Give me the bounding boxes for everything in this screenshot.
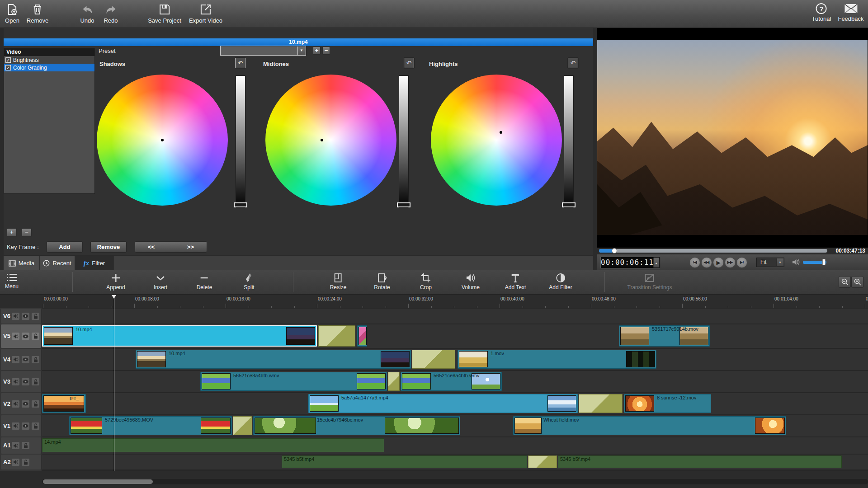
highlights-reset-button[interactable]: ↶ [568, 58, 578, 68]
filter-item-color-grading[interactable]: ✓ Color Grading [4, 64, 94, 71]
lock-button[interactable] [22, 459, 29, 466]
timeline-tool-rotate[interactable]: Rotate [374, 272, 390, 291]
shadows-color-wheel[interactable] [97, 75, 228, 206]
midtones-luma-handle[interactable] [397, 202, 410, 207]
track-header-a1[interactable]: A1 [1, 437, 41, 454]
keyframe-prev-button[interactable]: << [148, 242, 155, 252]
highlights-luma-handle[interactable] [562, 202, 576, 207]
clip-56521ce8a4bfb-wmv[interactable]: 56521ce8a4bfb.wmv [401, 372, 502, 391]
clip-15edc4b7946bc-mov[interactable]: 15edc4b7946bc.mov [253, 416, 460, 435]
tab-recent[interactable]: Recent [40, 256, 75, 271]
color-grading-checkbox[interactable]: ✓ [5, 65, 11, 70]
lock-button[interactable] [32, 356, 39, 363]
transition-clip[interactable] [579, 394, 623, 413]
track-header-v5[interactable]: V5 [1, 324, 41, 348]
clip-8-sunrise-12-mov[interactable]: 8 sunrise -12.mov [624, 394, 711, 413]
mute-button[interactable] [12, 459, 19, 466]
lock-button[interactable] [32, 400, 39, 408]
hscroll-thumb[interactable] [43, 479, 153, 484]
shadows-luma-slider[interactable] [236, 75, 245, 208]
transition-clip[interactable] [388, 372, 400, 391]
track-header-a2[interactable]: A2 [1, 455, 41, 469]
highlights-color-wheel[interactable] [431, 75, 562, 206]
shadows-wheel-point[interactable] [161, 139, 164, 141]
clip-10-mp4[interactable]: 10.mp4 [136, 350, 411, 369]
mute-button[interactable] [12, 333, 19, 340]
track-header-v6[interactable]: V6 [1, 309, 41, 324]
timeline-tool-split[interactable]: Split [244, 272, 255, 291]
playhead-marker[interactable] [112, 295, 116, 299]
clip-56521ce8a4bfb-wmv[interactable]: 56521ce8a4bfb.wmv [200, 372, 387, 391]
mute-button[interactable] [12, 400, 19, 408]
visibility-button[interactable] [22, 400, 29, 408]
volume-handle[interactable] [822, 259, 826, 265]
timeline-tool-add-text[interactable]: Add Text [505, 272, 526, 291]
track-header-v3[interactable]: V3 [1, 371, 41, 392]
mute-button[interactable] [12, 442, 19, 449]
keyframe-add-button[interactable]: Add [47, 241, 83, 253]
clip-5345-b5f-mp4[interactable]: 5345 b5f.mp4 [558, 455, 842, 468]
mute-button[interactable] [12, 313, 19, 320]
highlights-wheel-point[interactable] [500, 131, 502, 134]
transition-clip[interactable] [412, 350, 455, 369]
clip-untitled[interactable] [357, 325, 367, 347]
timeline-tool-delete[interactable]: Delete [197, 272, 212, 291]
export-video-button[interactable]: Export Video [189, 3, 222, 24]
spinner-up-icon[interactable]: ▲ [656, 258, 658, 268]
timeline-tool-add-filter[interactable]: Add Filter [549, 272, 572, 291]
chevron-down-icon[interactable]: ▼ [776, 258, 783, 266]
redo-button[interactable]: Redo [104, 3, 118, 24]
timecode-spinner[interactable]: ▲▼ [653, 258, 659, 267]
clip-pic-[interactable]: pic_ [42, 394, 86, 413]
lock-button[interactable] [32, 313, 39, 320]
skip-start-button[interactable]: I◀ [689, 257, 700, 268]
visibility-button[interactable] [22, 378, 29, 385]
timecode-display[interactable]: 00:00:06:11 ▲▼ [600, 257, 660, 268]
timeline-tool-menu[interactable]: Menu [5, 272, 19, 290]
timeline-zoom-in-button[interactable] [851, 276, 863, 288]
mute-button[interactable] [12, 422, 19, 430]
visibility-button[interactable] [22, 422, 29, 430]
shadows-luma-handle[interactable] [234, 202, 247, 207]
track-header-v2[interactable]: V2 [1, 393, 41, 414]
transition-clip[interactable] [528, 455, 557, 468]
clip-5345-b5f-mp4[interactable]: 5345 b5f.mp4 [282, 455, 527, 468]
chevron-down-icon[interactable]: ▼ [297, 47, 305, 55]
clip-14-mp4[interactable]: 14.mp4 [42, 438, 384, 452]
speaker-icon[interactable] [792, 258, 800, 266]
remove-filter-button[interactable]: − [22, 228, 32, 237]
timeline-tool-crop[interactable]: Crop [420, 272, 432, 291]
clip-1-mov[interactable]: 1.mov [458, 350, 656, 369]
video-viewport[interactable] [597, 28, 868, 248]
open-button[interactable]: Open [5, 3, 19, 24]
tab-filter[interactable]: fx Filter [75, 256, 114, 271]
timeline-tool-resize[interactable]: Resize [330, 272, 347, 291]
lock-button[interactable] [32, 333, 39, 340]
transition-clip[interactable] [233, 416, 252, 435]
clip-5a57a4a1477a9-mp4[interactable]: 5a57a4a1477a9.mp4 [308, 394, 578, 413]
midtones-reset-button[interactable]: ↶ [404, 58, 414, 68]
undo-button[interactable]: Undo [80, 3, 94, 24]
tab-media[interactable]: Media [4, 256, 40, 271]
tutorial-button[interactable]: ? Tutorial [812, 3, 831, 22]
timeline-zoom-out-button[interactable] [839, 276, 851, 288]
keyframe-next-button[interactable]: >> [187, 242, 194, 252]
midtones-luma-slider[interactable] [399, 75, 409, 208]
remove-preset-button[interactable]: − [322, 47, 330, 55]
preset-dropdown[interactable]: ▼ [220, 46, 306, 56]
visibility-button[interactable] [22, 356, 29, 363]
playhead-line[interactable] [114, 295, 114, 471]
clip-5729bec495689-mov[interactable]: 5729bec495689.MOV [69, 416, 232, 435]
skip-end-button[interactable]: ▶I [736, 257, 747, 268]
mute-button[interactable] [12, 378, 19, 385]
timeline-ruler[interactable]: 00:00:00:0000:00:08:0000:00:16:0000:00:2… [0, 295, 868, 308]
visibility-button[interactable] [22, 313, 29, 320]
volume-slider[interactable] [803, 261, 826, 264]
rewind-button[interactable]: ◀◀ [701, 257, 712, 268]
track-header-v1[interactable]: V1 [1, 415, 41, 436]
track-lane-v6[interactable] [42, 309, 868, 324]
add-filter-button[interactable]: + [7, 228, 17, 237]
filter-item-brightness[interactable]: ✓ Brightness [4, 56, 94, 64]
remove-button[interactable]: Remove [27, 3, 48, 24]
timeline-hscrollbar[interactable] [42, 479, 868, 484]
